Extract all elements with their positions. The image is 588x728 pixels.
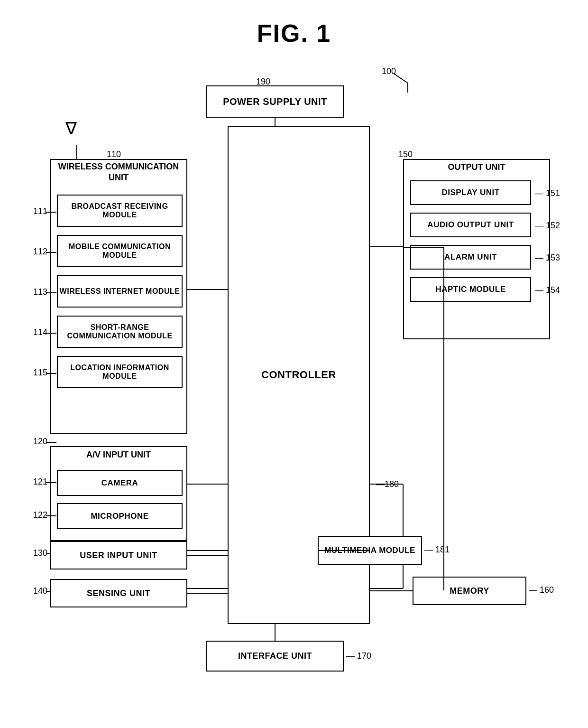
ref-170: — 170	[346, 651, 371, 661]
wireless-comm-label: WIRELESS COMMUNICATION UNIT	[52, 161, 185, 184]
line-user-ctrl	[187, 555, 228, 556]
ref-110: 110	[107, 149, 121, 159]
av-input-label: A/V INPUT UNIT	[52, 450, 185, 460]
user-input-box: USER INPUT UNIT	[50, 541, 187, 569]
memory-box: MEMORY	[413, 577, 526, 605]
power-supply-box: POWER SUPPLY UNIT	[206, 85, 344, 118]
ref-160: — 160	[529, 585, 554, 595]
ref-121: 121	[33, 477, 47, 487]
ref-150: 150	[398, 149, 413, 159]
dash-120	[46, 442, 56, 443]
line-av-ctrl	[187, 484, 228, 485]
ref-190: 190	[256, 77, 270, 87]
haptic-module-box: HAPTIC MODULE	[410, 277, 531, 302]
line-output-right	[403, 247, 443, 248]
ref-100: 100	[382, 66, 396, 76]
sensing-unit-box: SENSING UNIT	[50, 579, 187, 607]
ref-115: 115	[33, 368, 47, 378]
dash-122	[46, 515, 56, 516]
ref-151: — 151	[535, 188, 560, 198]
ref-152: — 152	[535, 221, 560, 231]
ref-113: 113	[33, 287, 47, 297]
shortrange-module-box: SHORT-RANGE COMMUNICATION MODULE	[57, 316, 183, 348]
ref-181: — 181	[424, 545, 450, 555]
ref-153: — 153	[535, 253, 560, 263]
page-title: FIG. 1	[0, 0, 588, 47]
interface-box: INTERFACE UNIT	[206, 641, 344, 672]
ref-111: 111	[33, 206, 47, 216]
line-ctrl-output	[370, 246, 403, 247]
ref-114: 114	[33, 327, 47, 337]
ref-130: 130	[33, 548, 47, 558]
line-multimedia-ctrl	[318, 550, 370, 551]
output-unit-label: OUTPUT UNIT	[405, 162, 548, 172]
ref-154: — 154	[535, 285, 560, 295]
wireless-internet-box: WIRELESS INTERNET MODULE	[57, 275, 183, 308]
alarm-unit-box: ALARM UNIT	[410, 245, 531, 270]
camera-box: CAMERA	[57, 470, 183, 496]
dash-112	[46, 252, 56, 253]
microphone-box: MICROPHONE	[57, 503, 183, 529]
line-wireless-ctrl	[187, 289, 228, 290]
dash-111	[46, 212, 56, 213]
ref-120: 120	[33, 437, 47, 447]
line-sensing-ctrl	[187, 593, 228, 594]
antenna-icon: ∇	[65, 119, 77, 139]
line-interface-ctrl	[275, 624, 276, 641]
audio-output-box: AUDIO OUTPUT UNIT	[410, 213, 531, 237]
dash-115	[46, 373, 56, 374]
broadcast-module-box: BROADCAST RECEIVING MODULE	[57, 195, 183, 227]
display-unit-box: DISPLAY UNIT	[410, 180, 531, 205]
ref-140: 140	[33, 586, 47, 596]
ref-180: —180	[376, 479, 399, 489]
line-memory-ctrl	[370, 590, 413, 591]
dash-113	[46, 292, 56, 293]
location-module-box: LOCATION INFORMATION MODULE	[57, 356, 183, 388]
ref-122: 122	[33, 510, 47, 520]
ref-112: 112	[33, 247, 47, 257]
dash-114	[46, 333, 56, 334]
line-right-vert	[443, 247, 444, 590]
mobile-module-box: MOBILE COMMUNICATION MODULE	[57, 235, 183, 267]
dash-121	[46, 482, 56, 483]
